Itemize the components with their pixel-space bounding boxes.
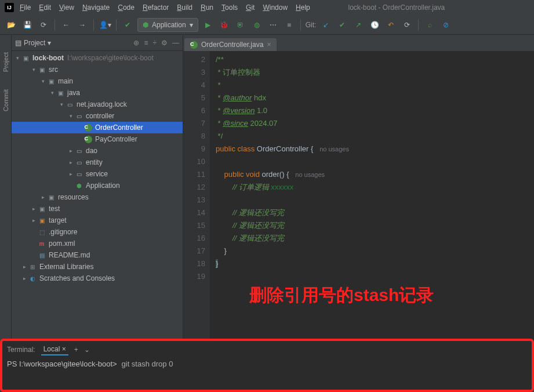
tree-item-resources[interactable]: ▸▣resources bbox=[12, 191, 183, 203]
menu-help[interactable]: Help bbox=[296, 3, 310, 12]
menu-refactor[interactable]: Refactor bbox=[143, 3, 169, 12]
tree-root[interactable]: ▾▣lock-bootI:\workspace\gitee\lock-boot bbox=[12, 52, 183, 64]
terminal-title: Terminal: bbox=[7, 346, 35, 354]
menu-code[interactable]: Code bbox=[118, 3, 135, 12]
tree-item-pom-xml[interactable]: mpom.xml bbox=[12, 238, 183, 249]
project-tree[interactable]: ▾▣lock-bootI:\workspace\gitee\lock-boot▾… bbox=[12, 51, 183, 348]
menu-edit[interactable]: Edit bbox=[39, 3, 51, 12]
window-title: lock-boot - OrderController.java bbox=[310, 3, 483, 12]
terminal-output[interactable]: PS I:\workspace\gitee\lock-boot> git sta… bbox=[7, 356, 527, 368]
project-tool-title[interactable]: ▤ Project ▾ bbox=[15, 39, 51, 47]
tree-item-target[interactable]: ▸▣target bbox=[12, 215, 183, 226]
git-rollback-icon[interactable]: ↶ bbox=[384, 19, 397, 31]
terminal-tab[interactable]: Local × bbox=[41, 344, 68, 355]
coverage-icon[interactable]: ⛨ bbox=[234, 19, 247, 31]
class-icon: C bbox=[190, 41, 198, 49]
chevron-down-icon: ▾ bbox=[48, 39, 51, 47]
run-icon[interactable]: ▶ bbox=[202, 19, 215, 31]
settings-icon[interactable]: ⚙ bbox=[161, 39, 168, 47]
expand-icon[interactable]: ≡ bbox=[144, 39, 148, 47]
forward-icon[interactable]: → bbox=[76, 19, 89, 31]
open-icon[interactable]: 📂 bbox=[5, 19, 17, 31]
git-label: Git: bbox=[306, 21, 317, 29]
tree-item-net-javadog-lock[interactable]: ▾▭net.javadog.lock bbox=[12, 99, 183, 110]
close-icon[interactable]: × bbox=[267, 41, 271, 49]
tool-tab-commit[interactable]: Commit bbox=[2, 89, 9, 111]
tree-item-service[interactable]: ▸▭service bbox=[12, 168, 183, 180]
tab-label: OrderController.java bbox=[201, 41, 263, 49]
git-commit-icon[interactable]: ✔ bbox=[336, 19, 348, 31]
run-config-selector[interactable]: ⬢ Application ▾ bbox=[137, 18, 198, 32]
tree-item-application[interactable]: ⬢Application bbox=[12, 180, 183, 191]
folder-icon: ▤ bbox=[15, 39, 21, 47]
tree-item-readme-md[interactable]: ▤README.md bbox=[12, 249, 183, 261]
annotation-overlay: 删除引用号的stash记录 bbox=[249, 289, 434, 302]
tree-item-external-libraries[interactable]: ▸⊞External Libraries bbox=[12, 261, 183, 273]
debug-icon[interactable]: 🐞 bbox=[218, 19, 231, 31]
menu-run[interactable]: Run bbox=[201, 3, 213, 12]
refresh-icon[interactable]: ⟳ bbox=[37, 19, 50, 31]
more-run-icon[interactable]: ⋯ bbox=[267, 19, 279, 31]
terminal-command: git stash drop 0 bbox=[122, 360, 173, 368]
git-push-icon[interactable]: ↗ bbox=[352, 19, 365, 31]
hammer-icon[interactable]: ✔ bbox=[121, 19, 134, 31]
tree-item-scratches-and-consoles[interactable]: ▸◐Scratches and Consoles bbox=[12, 273, 183, 284]
git-history-icon[interactable]: 🕓 bbox=[368, 19, 381, 31]
tree-item-src[interactable]: ▾▣src bbox=[12, 64, 183, 75]
collapse-icon[interactable]: ÷ bbox=[152, 39, 157, 47]
add-terminal-icon[interactable]: + bbox=[74, 346, 78, 354]
menu-view[interactable]: View bbox=[59, 3, 74, 12]
project-label: Project bbox=[24, 39, 45, 47]
tree-item--gitignore[interactable]: ⬚.gitignore bbox=[12, 226, 183, 238]
ide-logo: IJ bbox=[5, 3, 14, 12]
menu-tools[interactable]: Tools bbox=[221, 3, 238, 12]
stop-all-icon[interactable]: ⊘ bbox=[439, 19, 452, 31]
main-menu: FileEditViewNavigateCodeRefactorBuildRun… bbox=[20, 3, 310, 12]
terminal-dropdown-icon[interactable]: ⌄ bbox=[84, 346, 90, 354]
back-icon[interactable]: ← bbox=[60, 19, 72, 31]
terminal-panel[interactable]: Terminal: Local × + ⌄ PS I:\workspace\gi… bbox=[0, 339, 534, 392]
tree-item-test[interactable]: ▸▣test bbox=[12, 203, 183, 215]
menu-build[interactable]: Build bbox=[177, 3, 192, 12]
build-icon[interactable]: 👤▾ bbox=[99, 19, 111, 31]
code-editor[interactable]: 2345678910111213141516171819 /** * 订单控制器… bbox=[183, 51, 534, 348]
chevron-down-icon: ▾ bbox=[190, 21, 193, 29]
menu-git[interactable]: Git bbox=[246, 3, 255, 12]
tree-item-entity[interactable]: ▸▭entity bbox=[12, 157, 183, 168]
menu-window[interactable]: Window bbox=[263, 3, 288, 12]
main-toolbar: 📂 💾 ⟳ ← → 👤▾ ✔ ⬢ Application ▾ ▶ 🐞 ⛨ ◍ ⋯… bbox=[0, 15, 534, 35]
terminal-prompt: PS I:\workspace\gitee\lock-boot> bbox=[7, 360, 117, 368]
profile-icon[interactable]: ◍ bbox=[250, 19, 263, 31]
tree-item-main[interactable]: ▾▣main bbox=[12, 75, 183, 87]
spring-icon: ⬢ bbox=[143, 21, 148, 29]
tool-tab-project[interactable]: Project bbox=[2, 52, 9, 72]
tree-item-controller[interactable]: ▾▭controller bbox=[12, 110, 183, 122]
editor-tab[interactable]: C OrderController.java × bbox=[184, 38, 277, 51]
tree-item-dao[interactable]: ▸▭dao bbox=[12, 145, 183, 157]
tree-item-java[interactable]: ▾▣java bbox=[12, 87, 183, 99]
menu-navigate[interactable]: Navigate bbox=[82, 3, 110, 12]
menu-file[interactable]: File bbox=[20, 3, 31, 12]
save-icon[interactable]: 💾 bbox=[21, 19, 34, 31]
hide-icon[interactable]: — bbox=[172, 39, 179, 47]
git-reload-icon[interactable]: ⟳ bbox=[401, 19, 413, 31]
git-update-icon[interactable]: ↙ bbox=[319, 19, 332, 31]
target-icon[interactable]: ⊕ bbox=[133, 39, 139, 47]
run-config-label: Application bbox=[152, 21, 186, 29]
tree-item-paycontroller[interactable]: CPayController bbox=[12, 133, 183, 145]
tree-item-ordercontroller[interactable]: COrderController bbox=[12, 122, 183, 133]
search-icon[interactable]: ⌕ bbox=[423, 19, 436, 31]
stop-icon[interactable]: ■ bbox=[283, 19, 296, 31]
